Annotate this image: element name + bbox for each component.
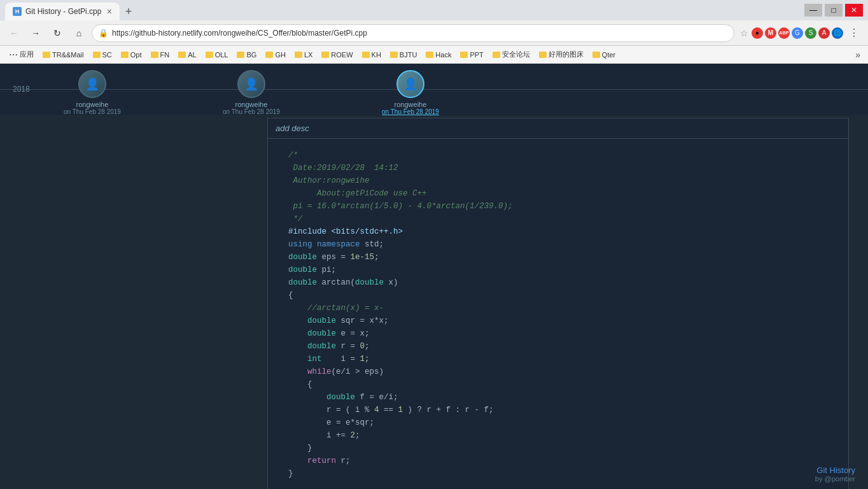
commit-username-2: rongweihe	[223, 101, 280, 108]
code-line: double eps = 1e-15;	[288, 251, 828, 264]
code-line: */	[288, 213, 828, 225]
code-line: {	[288, 378, 828, 391]
ext-icon-3[interactable]: G	[792, 27, 803, 39]
address-bar[interactable]: 🔒 https://github-history.netlify.com/ron…	[92, 24, 734, 42]
window-controls: — □ ✕	[804, 4, 863, 17]
tab-favicon: H	[13, 7, 22, 16]
code-line: Date:2019/02/28 14:12	[288, 162, 828, 174]
popup-description: add desc	[268, 118, 848, 139]
code-line: int i = 1;	[288, 353, 828, 365]
new-tab-button[interactable]: +	[120, 3, 137, 20]
tab-close-button[interactable]: ×	[107, 6, 112, 17]
code-line: double e = x;	[288, 327, 828, 340]
commit-avatar-2: 👤	[237, 70, 265, 98]
bookmark-label: LX	[304, 51, 312, 59]
bookmark-folder-icon	[178, 52, 186, 58]
bookmark-bg[interactable]: BG	[233, 50, 260, 60]
lock-icon: 🔒	[99, 29, 108, 38]
bookmark-ppt[interactable]: PPT	[456, 50, 487, 60]
code-line: return r;	[288, 455, 828, 467]
bookmark-opt[interactable]: Opt	[117, 50, 146, 60]
history-timeline: 2018 👤 rongweihe on Thu Feb 28 2019 👤 ro…	[0, 64, 868, 115]
bookmark-folder-icon	[321, 52, 329, 58]
bookmark-folder-icon	[493, 52, 500, 58]
bookmark-label: 好用的图床	[549, 50, 584, 59]
bookmark-label: ROEW	[331, 51, 353, 59]
code-line: }	[288, 442, 828, 455]
bookmark-label: KH	[372, 51, 381, 59]
commit-info-2: rongweihe on Thu Feb 28 2019	[223, 101, 280, 115]
commit-node-1[interactable]: 👤 rongweihe on Thu Feb 28 2019	[64, 70, 121, 115]
maximize-button[interactable]: □	[825, 4, 843, 17]
active-tab[interactable]: H Git History - GetPi.cpp ×	[5, 3, 120, 20]
bookmark-label: Opt	[130, 51, 142, 59]
back-button[interactable]: ←	[5, 24, 23, 42]
tab-bar: H Git History - GetPi.cpp × +	[5, 0, 137, 20]
bookmarks-bar: ⋯ 应用 TR&&Mail SC Opt FN AL OLL BG	[0, 46, 868, 64]
bookmark-label: 安全论坛	[502, 50, 530, 59]
bookmark-apps[interactable]: ⋯ 应用	[5, 48, 38, 61]
bookmark-trmail[interactable]: TR&&Mail	[39, 50, 88, 60]
ext-icon-4[interactable]: S	[805, 27, 816, 39]
bookmark-folder-icon	[151, 52, 158, 58]
commit-info-1: rongweihe on Thu Feb 28 2019	[64, 101, 121, 115]
bookmark-fn[interactable]: FN	[147, 50, 174, 60]
code-line: #include <bits/stdc++.h>	[288, 225, 828, 238]
bookmark-label: GH	[275, 51, 286, 59]
browser-frame: H Git History - GetPi.cpp × + — □ ✕ ← → …	[0, 0, 868, 489]
bookmark-bjtu[interactable]: BJTU	[386, 50, 421, 60]
commit-date-1: on Thu Feb 28 2019	[64, 108, 121, 115]
bookmark-kh[interactable]: KH	[358, 50, 385, 60]
tab-title: Git History - GetPi.cpp	[25, 7, 101, 16]
refresh-button[interactable]: ↻	[48, 24, 66, 42]
bookmark-label: FN	[160, 51, 170, 59]
bookmark-folder-icon	[121, 52, 129, 58]
close-button[interactable]: ✕	[845, 4, 863, 17]
bookmark-label: PPT	[470, 51, 483, 59]
commit-avatar-3: 👤	[396, 70, 424, 98]
commit-username-1: rongweihe	[64, 101, 121, 108]
code-line: double f = e/i;	[288, 391, 828, 404]
url-text: https://github-history.netlify.com/rongw…	[112, 29, 367, 38]
code-line: About:getPiCode use C++	[288, 187, 828, 200]
bookmark-security[interactable]: 安全论坛	[489, 48, 534, 60]
code-line: }	[288, 467, 828, 480]
bookmark-gh[interactable]: GH	[262, 50, 290, 60]
minimize-button[interactable]: —	[804, 4, 822, 17]
code-line: Author:rongweihe	[288, 174, 828, 187]
ext-icon-abp[interactable]: ABP	[778, 27, 790, 39]
commit-node-2[interactable]: 👤 rongweihe on Thu Feb 28 2019	[223, 70, 280, 115]
bookmark-star-icon[interactable]: ☆	[738, 27, 750, 39]
bookmark-apps-label: 应用	[20, 50, 34, 59]
footer: Git History by @pomber	[815, 465, 855, 483]
bookmark-roew[interactable]: ROEW	[318, 50, 356, 60]
bookmark-lx[interactable]: LX	[291, 50, 316, 60]
forward-button[interactable]: →	[27, 24, 45, 42]
ext-icon-5[interactable]: A	[818, 27, 830, 39]
menu-button[interactable]: ⋮	[845, 24, 863, 42]
bookmark-qter[interactable]: Qter	[589, 50, 619, 60]
home-button[interactable]: ⌂	[70, 24, 88, 42]
code-popup: add desc /* Date:2019/02/28 14:12 Author…	[267, 118, 849, 489]
ext-icon-6[interactable]: 🌐	[832, 27, 843, 39]
commit-info-3: rongweihe on Thu Feb 28 2019	[382, 101, 439, 115]
bookmark-folder-icon	[295, 52, 302, 58]
commit-node-3[interactable]: 👤 rongweihe on Thu Feb 28 2019	[382, 70, 439, 115]
bookmark-al[interactable]: AL	[174, 50, 200, 60]
bookmarks-more-button[interactable]: »	[853, 48, 863, 61]
bookmark-oll[interactable]: OLL	[202, 50, 232, 60]
bookmark-sc[interactable]: SC	[89, 50, 116, 60]
commit-date-3[interactable]: on Thu Feb 28 2019	[382, 108, 439, 115]
bookmark-folder-icon	[265, 52, 273, 58]
bookmark-label: BG	[246, 51, 256, 59]
bookmark-folder-icon	[592, 52, 600, 58]
footer-title: Git History	[815, 465, 855, 475]
year-label: 2018	[13, 85, 30, 94]
bookmark-hack[interactable]: Hack	[422, 50, 455, 60]
code-line: while(e/i > eps)	[288, 365, 828, 378]
bookmark-label: Hack	[435, 51, 451, 59]
ext-icon-m[interactable]: M	[765, 27, 776, 39]
ext-icon-1[interactable]: ●	[752, 27, 763, 39]
bookmark-imghost[interactable]: 好用的图床	[535, 48, 587, 60]
code-line: i += 2;	[288, 429, 828, 442]
